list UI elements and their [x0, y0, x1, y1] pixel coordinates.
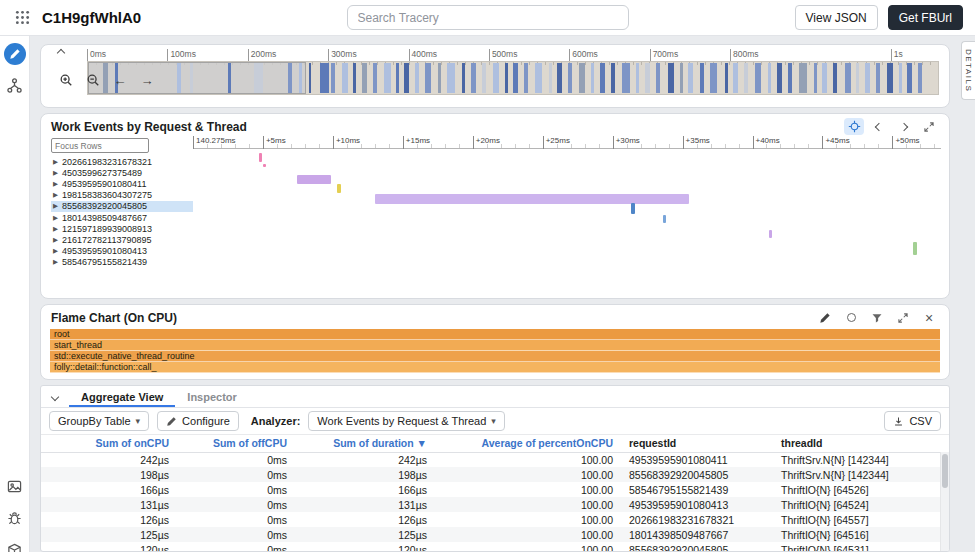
- table-row[interactable]: 125µs0ms125µs100.0018014398509487667Thri…: [41, 527, 940, 542]
- column-header[interactable]: Sum of onCPU: [41, 435, 177, 452]
- collapse-bottom-button[interactable]: [41, 386, 69, 407]
- scrollbar-thumb[interactable]: [942, 454, 948, 488]
- details-tab[interactable]: DETAILS: [961, 41, 975, 100]
- tree-row[interactable]: ▶85568392920045805: [51, 201, 193, 212]
- expand-arrow-icon[interactable]: ▶: [53, 169, 62, 177]
- zoom-out-button[interactable]: [84, 71, 102, 89]
- chevron-down-icon: [51, 392, 59, 400]
- bug-icon[interactable]: [4, 507, 26, 529]
- work-events-timeline[interactable]: 140.275ms+5ms+10ms+15ms+20ms+25ms+30ms+3…: [193, 136, 941, 294]
- minimap-segment: [579, 63, 585, 93]
- view-json-button[interactable]: View JSON: [795, 5, 878, 30]
- table-cell: 126µs: [295, 512, 435, 527]
- column-header[interactable]: Average of percentOnCPU: [435, 435, 621, 452]
- table-row[interactable]: 198µs0ms198µs100.0085568392920045805Thri…: [41, 467, 940, 482]
- tree-row[interactable]: ▶18014398509487667: [51, 212, 193, 223]
- expand-panel-button[interactable]: [919, 118, 939, 135]
- flame-frame[interactable]: std::execute_native_thread_routine: [50, 351, 940, 362]
- close-flame-button[interactable]: ×: [919, 309, 939, 326]
- table-cell: ThriftSrv.N{N} [142344]: [773, 452, 940, 467]
- csv-download-button[interactable]: CSV: [884, 411, 941, 431]
- column-header[interactable]: Sum of offCPU: [177, 435, 295, 452]
- pan-left-button[interactable]: ←: [111, 71, 129, 89]
- pan-right-button[interactable]: →: [138, 71, 156, 89]
- table-cell: 100.00: [435, 497, 621, 512]
- table-cell: 242µs: [295, 452, 435, 467]
- tree-row[interactable]: ▶202661983231678321: [51, 156, 193, 167]
- table-row[interactable]: 131µs0ms131µs100.0049539595901080413Thri…: [41, 497, 940, 512]
- tree-row[interactable]: ▶216172782113790895: [51, 234, 193, 245]
- tree-row[interactable]: ▶49539595901080411: [51, 178, 193, 189]
- tab-aggregate-view[interactable]: Aggregate View: [69, 386, 175, 407]
- work-event-bar[interactable]: [913, 242, 917, 255]
- share-tool-button[interactable]: [4, 74, 26, 96]
- edit-tool-button[interactable]: [4, 43, 26, 65]
- expand-arrow-icon[interactable]: ▶: [53, 225, 62, 233]
- expand-arrow-icon[interactable]: ▶: [53, 214, 62, 222]
- package-icon[interactable]: [4, 539, 26, 552]
- table-scrollbar[interactable]: [940, 452, 949, 551]
- table-row[interactable]: 126µs0ms126µs100.00202661983231678321Thr…: [41, 512, 940, 527]
- work-event-bar[interactable]: [375, 194, 689, 204]
- tree-row[interactable]: ▶121597189939008913: [51, 223, 193, 234]
- tree-row[interactable]: ▶198158383604307275: [51, 190, 193, 201]
- work-event-bar[interactable]: [663, 215, 666, 223]
- bottom-panel: Aggregate ViewInspector GroupBy Table ▾ …: [40, 385, 950, 552]
- pencil-icon: [9, 48, 21, 60]
- analyzer-dropdown[interactable]: Work Events by Request & Thread ▾: [308, 411, 504, 431]
- column-header[interactable]: threadId: [773, 435, 940, 452]
- column-header[interactable]: requestId: [621, 435, 773, 452]
- image-icon[interactable]: [4, 475, 26, 497]
- request-id-label: 4503599627375489: [62, 168, 142, 178]
- minimap-segment: [228, 63, 231, 93]
- flame-frame[interactable]: folly::detail::function::call_: [50, 362, 940, 373]
- work-event-bar[interactable]: [259, 153, 262, 162]
- work-event-bar[interactable]: [337, 184, 341, 193]
- focus-rows-input[interactable]: [51, 138, 149, 153]
- minimap-time-label: 500ms: [489, 49, 518, 61]
- flame-frame[interactable]: start_thread: [50, 340, 940, 351]
- timeline-canvas[interactable]: [193, 149, 941, 294]
- expand-flame-button[interactable]: [893, 309, 913, 326]
- work-event-bar[interactable]: [631, 203, 635, 214]
- search-input[interactable]: [347, 5, 629, 30]
- expand-arrow-icon[interactable]: ▶: [53, 258, 62, 266]
- table-row[interactable]: 166µs0ms166µs100.0058546795155821439Thri…: [41, 482, 940, 497]
- groupby-dropdown[interactable]: GroupBy Table ▾: [49, 411, 149, 431]
- get-fburl-button[interactable]: Get FBUrl: [888, 5, 963, 30]
- tab-inspector[interactable]: Inspector: [175, 386, 249, 407]
- expand-arrow-icon[interactable]: ▶: [53, 236, 62, 244]
- collapse-minimap-button[interactable]: [53, 48, 69, 58]
- pan-right-button[interactable]: [894, 118, 914, 135]
- request-id-label: 18014398509487667: [62, 213, 147, 223]
- expand-arrow-icon[interactable]: ▶: [53, 180, 62, 188]
- expand-arrow-icon[interactable]: ▶: [53, 247, 62, 255]
- record-button[interactable]: [841, 309, 861, 326]
- apps-grid-icon[interactable]: [12, 8, 32, 28]
- expand-arrow-icon[interactable]: ▶: [53, 202, 62, 210]
- zoom-in-button[interactable]: [57, 71, 75, 89]
- minimap-segment: [254, 63, 263, 93]
- minimap-strip[interactable]: [87, 61, 939, 95]
- column-header[interactable]: Sum of duration ▼: [295, 435, 435, 452]
- groupby-label: GroupBy Table: [58, 415, 131, 427]
- table-row[interactable]: 120µs0ms120µs100.0085568392920045805Thri…: [41, 542, 940, 551]
- tree-row[interactable]: ▶4503599627375489: [51, 167, 193, 178]
- table-row[interactable]: 242µs0ms242µs100.0049539595901080411Thri…: [41, 452, 940, 467]
- annotate-button[interactable]: [815, 309, 835, 326]
- expand-arrow-icon[interactable]: ▶: [53, 191, 62, 199]
- expand-arrow-icon[interactable]: ▶: [53, 158, 62, 166]
- inspect-tool-button[interactable]: [844, 118, 864, 135]
- pan-left-button[interactable]: [869, 118, 889, 135]
- minimap-time-label: 100ms: [167, 49, 196, 61]
- minimap-segment: [611, 63, 615, 93]
- tree-row[interactable]: ▶49539595901080413: [51, 246, 193, 257]
- tree-row[interactable]: ▶58546795155821439: [51, 257, 193, 268]
- work-event-bar[interactable]: [769, 230, 772, 238]
- configure-button[interactable]: Configure: [157, 411, 239, 431]
- work-event-bar[interactable]: [263, 164, 266, 167]
- work-event-bar[interactable]: [297, 175, 331, 184]
- filter-button[interactable]: [867, 309, 887, 326]
- csv-label: CSV: [909, 415, 932, 427]
- flame-frame[interactable]: root: [50, 329, 940, 340]
